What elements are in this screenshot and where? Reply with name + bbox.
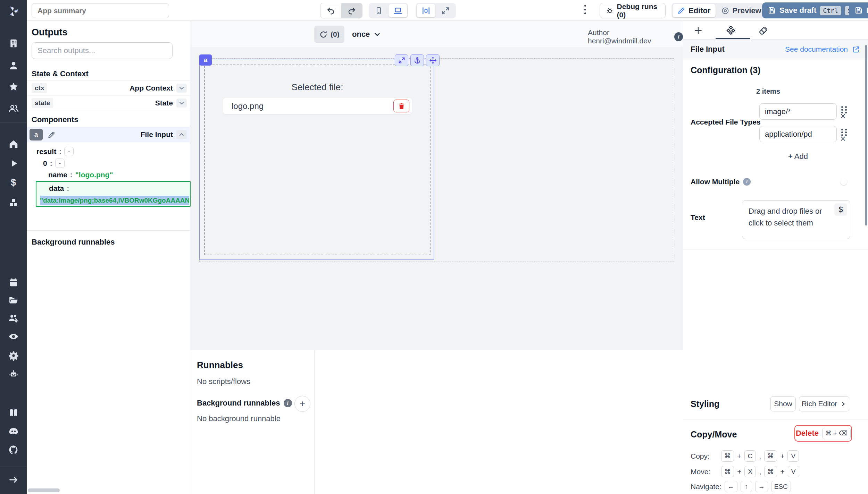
folders-icon[interactable] (7, 293, 20, 306)
component-row-a[interactable]: a File Input (27, 127, 190, 142)
ctx-value: App Context (130, 84, 173, 92)
tab-component-settings[interactable] (723, 24, 738, 37)
rename-pencil-icon[interactable] (48, 131, 56, 139)
collapse-minus-button[interactable]: - (55, 159, 65, 168)
component-settings-panel: File Input See documentation Configurati… (683, 21, 868, 494)
chevron-down-icon[interactable] (176, 84, 187, 93)
docs-book-icon[interactable] (7, 406, 20, 419)
discord-icon[interactable] (7, 425, 20, 437)
audit-eye-icon[interactable] (7, 330, 20, 343)
panel-divider[interactable] (314, 350, 315, 494)
search-outputs-input[interactable] (32, 42, 173, 59)
tree-key-result: result (36, 147, 56, 156)
remove-item-x-button[interactable]: × (840, 112, 846, 121)
info-icon[interactable]: i (743, 178, 751, 186)
plus-sep: + (780, 452, 784, 460)
vertical-scrollbar[interactable] (865, 45, 867, 225)
component-type-label: File Input (141, 130, 173, 139)
rail-divider (0, 467, 27, 467)
tree-name-line[interactable]: name : "logo.png" (48, 171, 113, 179)
chevron-right-icon (840, 401, 846, 407)
workspace-icon[interactable] (7, 37, 20, 50)
tree-index-line[interactable]: 0 : - (43, 159, 65, 168)
deploy-button[interactable]: Deploy (849, 2, 868, 18)
app-canvas[interactable]: a Selected file: logo.png (190, 47, 683, 350)
file-input-dropzone[interactable] (204, 65, 431, 255)
favorites-star-icon[interactable] (7, 80, 20, 93)
text-value-textarea[interactable]: Drag and drop files or click to select t… (742, 201, 850, 239)
users-group-icon[interactable] (7, 102, 20, 115)
horizontal-scrollbar[interactable] (28, 488, 60, 492)
remove-file-button[interactable] (393, 100, 409, 112)
connect-dollar-button[interactable]: $ (834, 203, 847, 216)
chevron-up-icon[interactable] (176, 130, 187, 139)
variables-dollar-icon[interactable]: $ (7, 176, 20, 189)
external-link-icon[interactable] (852, 45, 860, 53)
accepted-type-input-2[interactable] (759, 126, 837, 142)
remove-item-x-button[interactable]: × (840, 134, 846, 144)
accepted-type-input-1[interactable] (759, 103, 837, 120)
configuration-heading: Configuration (3) (691, 65, 760, 75)
device-toggle-group (369, 3, 408, 18)
expand-component-button[interactable] (395, 54, 408, 66)
recompute-mode-dropdown[interactable]: once (352, 26, 381, 43)
tree-result-line[interactable]: result : - (36, 147, 74, 156)
info-icon[interactable]: i (674, 32, 683, 41)
bug-icon (606, 6, 614, 15)
delete-component-button[interactable]: Delete ⌘ + ⌫ (794, 425, 852, 442)
undo-button[interactable] (320, 3, 341, 18)
collapse-minus-button[interactable]: - (64, 147, 74, 156)
collapse-sidebar-arrow-icon[interactable] (7, 473, 20, 486)
tab-insert-plus[interactable] (691, 24, 706, 37)
rich-editor-button[interactable]: Rich Editor (799, 396, 849, 411)
workers-robot-icon[interactable] (7, 368, 20, 381)
home-icon[interactable] (7, 137, 20, 150)
items-count: 2 items (756, 87, 780, 95)
redo-button[interactable] (341, 3, 362, 18)
user-icon[interactable] (7, 59, 20, 72)
see-documentation-link[interactable]: See documentation (785, 45, 848, 53)
groups-admin-icon[interactable] (7, 312, 20, 325)
accepted-file-types-label: Accepted File Types (691, 118, 761, 126)
github-icon[interactable] (7, 443, 20, 456)
layout-toggle-group (416, 3, 456, 18)
info-icon[interactable]: i (284, 399, 292, 407)
resources-cubes-icon[interactable] (7, 196, 20, 209)
debug-runs-button[interactable]: Debug runs (0) (600, 3, 666, 18)
components-heading: Components (32, 115, 78, 124)
chevron-down-icon[interactable] (176, 99, 187, 108)
canvas-toolbar: (0) once Hide bar on view Author henri@w… (190, 21, 683, 47)
state-value: State (155, 99, 173, 107)
deploy-label: Deploy (866, 6, 868, 15)
state-row[interactable]: state State (27, 95, 190, 110)
no-background-text: No background runnable (197, 414, 281, 423)
refresh-count: (0) (331, 30, 340, 39)
styling-show-button[interactable]: Show (770, 396, 796, 411)
add-item-button[interactable]: + Add (759, 152, 837, 161)
anchor-component-button[interactable] (410, 54, 424, 66)
tab-editor[interactable]: Editor (673, 4, 716, 17)
recompute-button[interactable]: (0) (314, 26, 344, 43)
comma-sep: , (759, 468, 761, 476)
move-component-button[interactable] (426, 54, 440, 66)
selected-data-node[interactable]: data : "data:image/png;base64,iVBORw0KGg… (36, 181, 191, 207)
desktop-view-button[interactable] (389, 4, 407, 17)
more-options-kebab-icon[interactable] (582, 5, 589, 14)
runs-play-icon[interactable] (7, 157, 20, 170)
fullwidth-expand-button[interactable] (436, 4, 455, 17)
ctx-row[interactable]: ctx App Context (27, 80, 190, 95)
add-background-runnable-button[interactable]: + (294, 396, 310, 412)
app-summary-input[interactable] (32, 3, 169, 18)
save-draft-button[interactable]: Save draft Ctrl S (762, 2, 860, 18)
save-icon (768, 6, 776, 15)
tree-name-value: "logo.png" (75, 171, 113, 179)
tab-styling-brush[interactable] (756, 24, 771, 37)
navigate-shortcut-row: Navigate: ← ↑ → ESC (691, 481, 791, 492)
schedules-calendar-icon[interactable] (7, 276, 20, 289)
arrow-up-key: ↑ (741, 481, 752, 492)
tab-preview[interactable]: Preview (716, 4, 766, 17)
settings-gear-icon[interactable] (7, 349, 20, 362)
center-content-button[interactable] (417, 4, 435, 17)
mobile-view-button[interactable] (370, 4, 388, 17)
windmill-logo[interactable] (7, 5, 20, 18)
